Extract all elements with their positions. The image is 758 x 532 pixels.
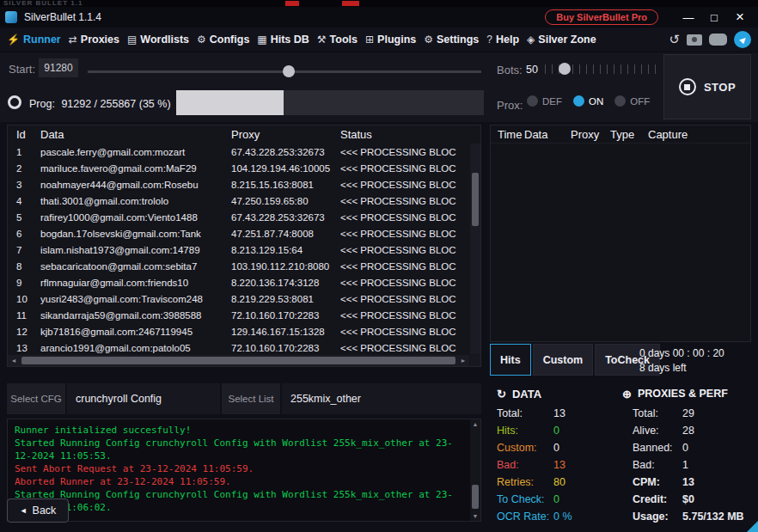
table-row[interactable]: 9 rflmnaguiar@gmail.com:friends10 8.220.… xyxy=(8,274,480,290)
cell-data: mariluce.favero@gmail.com:MaF29 xyxy=(40,163,231,174)
cell-id: 2 xyxy=(8,163,40,174)
nav-silver-zone[interactable]: ◈ Silver Zone xyxy=(527,34,596,46)
results-body: 1 pascale.ferry@gmail.com:mozart 67.43.2… xyxy=(8,144,480,356)
stop-button[interactable]: STOP xyxy=(663,54,751,119)
cell-id: 7 xyxy=(8,245,40,255)
table-row[interactable]: 3 noahmayer444@gmail.com:Rosebu 8.215.15… xyxy=(8,176,480,193)
scrollbar-thumb[interactable] xyxy=(472,173,479,226)
nav-hits-db[interactable]: ▦ Hits DB xyxy=(257,34,309,46)
discord-icon[interactable] xyxy=(709,34,727,46)
buy-pro-button[interactable]: Buy SilverBullet Pro xyxy=(545,9,658,25)
table-row[interactable]: 7 islam.nishat1973@gmail.com:14789 8.213… xyxy=(8,242,480,258)
scroll-left-icon[interactable]: ◄ xyxy=(8,358,20,364)
navbar: ⚡ Runner ⇄ Proxies ▤ Wordlists ⚙ Configs… xyxy=(0,28,758,52)
results-panel: Id Data Proxy Status 1 pascale.ferry@gma… xyxy=(7,125,481,367)
col-header-capture[interactable]: Capture xyxy=(648,128,750,141)
table-row[interactable]: 10 yusri2483@gmail.com:Traviscom248 8.21… xyxy=(8,290,480,307)
col-header-time[interactable]: Time xyxy=(498,128,524,141)
col-header-proxy[interactable]: Proxy xyxy=(571,128,610,141)
table-row[interactable]: 6 bogdan.17olsevski@gmail.com:Tank 47.25… xyxy=(8,225,480,242)
tab[interactable]: Hits xyxy=(490,344,531,376)
bots-slider-handle[interactable] xyxy=(559,63,571,75)
stat-row: Alive: 28 xyxy=(620,422,755,439)
abort-ring-icon[interactable] xyxy=(8,95,21,109)
nav-runner[interactable]: ⚡ Runner xyxy=(7,34,61,46)
select-list-button[interactable]: Select List xyxy=(222,383,280,414)
config-name-field[interactable]: crunchyroll Config xyxy=(67,383,220,414)
table-row[interactable]: 4 thati.3001@gmail.com:trololo 47.250.15… xyxy=(8,193,480,209)
nav-settings[interactable]: ⚙ Settings xyxy=(424,34,479,46)
col-header-data[interactable]: Data xyxy=(524,128,571,141)
stat-label: Total: xyxy=(497,407,553,419)
nav-configs[interactable]: ⚙ Configs xyxy=(197,34,249,46)
table-row[interactable]: 12 kjb71816@gmail.com:2467119945 129.146… xyxy=(8,323,480,339)
scrollbar-thumb[interactable] xyxy=(21,357,455,364)
table-row[interactable]: 5 rafirey1000@gmail.com:Viento1488 67.43… xyxy=(8,209,480,225)
scrollbar-thumb[interactable] xyxy=(472,485,479,509)
nav-tools[interactable]: ⚒ Tools xyxy=(317,34,358,46)
minimize-button[interactable]: — xyxy=(675,11,701,24)
cell-data: thati.3001@gmail.com:trololo xyxy=(40,196,231,206)
prox-option[interactable]: DEF xyxy=(527,95,562,107)
col-header-proxy[interactable]: Proxy xyxy=(231,128,340,141)
back-button[interactable]: ◄ Back xyxy=(7,498,69,523)
stat-value: 0 xyxy=(553,493,559,505)
results-horizontal-scrollbar[interactable]: ◄ ► xyxy=(8,355,469,366)
results-vertical-scrollbar[interactable] xyxy=(470,144,480,354)
select-cfg-button[interactable]: Select CFG xyxy=(7,383,65,414)
log-scrollbar[interactable]: ▲ ▼ xyxy=(470,419,480,521)
prox-option[interactable]: ON xyxy=(573,95,603,107)
nav-plugins[interactable]: ⊞ Plugins xyxy=(365,34,416,46)
cell-proxy: 72.10.160.170:2283 xyxy=(231,310,340,321)
table-row[interactable]: 8 sebacaricatoon@gmail.com:sebita7 103.1… xyxy=(8,258,480,274)
tab[interactable]: Custom xyxy=(533,344,594,376)
resize-grip[interactable] xyxy=(747,521,758,532)
stop-icon xyxy=(679,78,696,95)
prox-options: DEF ON OFF xyxy=(527,95,650,107)
col-header-type[interactable]: Type xyxy=(610,128,648,141)
prox-option[interactable]: OFF xyxy=(614,95,650,107)
maximize-button[interactable]: □ xyxy=(701,11,727,24)
telegram-icon[interactable]: ▶ xyxy=(734,31,751,48)
window-title: SilverBullet 1.1.4 xyxy=(24,11,101,23)
bots-slider[interactable] xyxy=(545,60,659,77)
nav-wordlists[interactable]: ▤ Wordlists xyxy=(127,34,189,46)
history-icon[interactable]: ↺ xyxy=(669,32,680,47)
close-button[interactable]: × xyxy=(727,9,753,26)
table-row[interactable]: 11 sikandarraja59@gmail.com:3988588 72.1… xyxy=(8,307,480,323)
nav-help[interactable]: ? Help xyxy=(486,34,519,46)
cell-proxy: 8.220.136.174:3128 xyxy=(231,278,340,288)
scroll-up-icon[interactable]: ▲ xyxy=(470,421,480,427)
table-row[interactable]: 13 arancio1991@gmail.com:patolo05 72.10.… xyxy=(8,339,480,356)
top-strip-red-box xyxy=(342,1,359,6)
cell-data: sikandarraja59@gmail.com:3988588 xyxy=(40,310,231,321)
table-row[interactable]: 1 pascale.ferry@gmail.com:mozart 67.43.2… xyxy=(8,144,480,160)
back-arrow-icon: ◄ xyxy=(20,506,28,515)
cell-status: <<< PROCESSING BLOC xyxy=(340,327,480,337)
nav-right-icons: ↺ ▶ xyxy=(669,31,751,48)
cell-proxy: 47.250.159.65:80 xyxy=(231,196,340,206)
wordlist-name-field[interactable]: 255kmix_other xyxy=(282,383,481,414)
stat-value: $0 xyxy=(682,493,694,505)
col-header-id[interactable]: Id xyxy=(8,128,40,141)
bots-value: 50 xyxy=(526,64,538,76)
cell-status: <<< PROCESSING BLOC xyxy=(340,196,480,206)
col-header-data[interactable]: Data xyxy=(40,128,231,141)
screenshot-camera-icon[interactable] xyxy=(687,34,702,46)
data-stats-title: DATA xyxy=(512,388,541,401)
col-header-status[interactable]: Status xyxy=(340,128,480,141)
start-slider[interactable] xyxy=(88,65,481,77)
start-value-field[interactable]: 91280 xyxy=(39,58,78,77)
scroll-down-icon[interactable]: ▼ xyxy=(470,513,480,519)
scroll-right-icon[interactable]: ► xyxy=(457,358,469,364)
table-row[interactable]: 2 mariluce.favero@gmail.com:MaF29 104.12… xyxy=(8,160,480,176)
start-slider-handle[interactable] xyxy=(283,65,295,77)
cell-data: rflmnaguiar@gmail.com:friends10 xyxy=(40,278,231,288)
stat-row: Custom: 0 xyxy=(490,439,617,456)
nav-proxies[interactable]: ⇄ Proxies xyxy=(69,34,119,46)
cell-status: <<< PROCESSING BLOC xyxy=(340,310,480,321)
cell-id: 4 xyxy=(8,196,40,206)
log-lines: Runner initialized succesfully!Started R… xyxy=(15,424,465,514)
stat-value: 0 xyxy=(553,425,559,437)
stat-label: Custom: xyxy=(497,442,553,454)
